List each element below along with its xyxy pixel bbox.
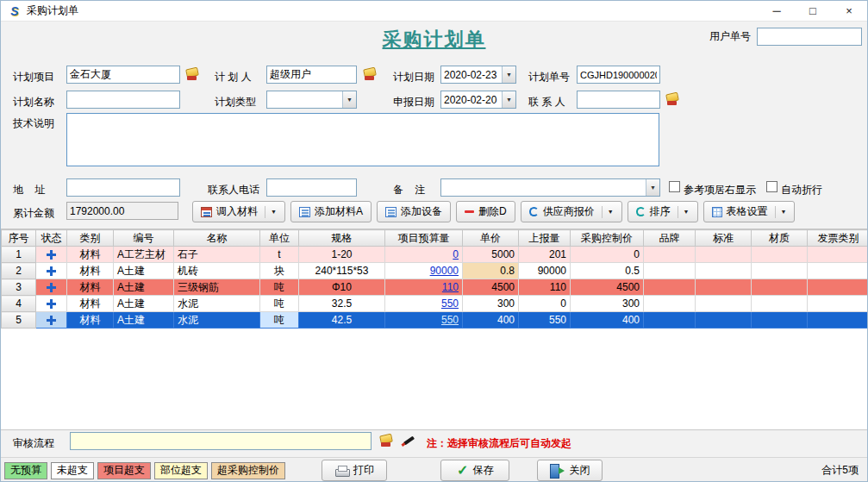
audit-pen-icon[interactable] — [401, 434, 416, 448]
add-material-button[interactable]: 添加材料A — [290, 201, 372, 222]
planner-lookup-icon[interactable] — [362, 67, 378, 82]
add-row-plus-icon[interactable] — [47, 316, 56, 325]
cell-seq[interactable]: 5 — [2, 312, 36, 329]
table-row[interactable]: 4材料A土建水泥吨32.55503000300 — [2, 296, 868, 312]
col-invoice[interactable]: 发票类别 — [808, 230, 868, 247]
cell-invoice[interactable] — [808, 247, 868, 263]
cell-status[interactable] — [36, 247, 67, 263]
cell-invoice[interactable] — [808, 263, 868, 279]
cell-standard[interactable] — [696, 296, 752, 312]
chevron-down-icon[interactable]: ▼ — [342, 91, 356, 108]
chevron-down-icon[interactable]: ▼ — [502, 91, 515, 108]
col-price[interactable]: 单价 — [463, 230, 519, 247]
cell-brand[interactable] — [644, 296, 696, 312]
col-standard[interactable]: 标准 — [696, 230, 752, 247]
contact-lookup-icon[interactable] — [665, 92, 680, 107]
plan-no-input[interactable] — [577, 66, 660, 84]
chevron-down-icon[interactable]: ▼ — [678, 206, 690, 218]
chevron-down-icon[interactable]: ▼ — [502, 66, 515, 83]
supplier-quote-button[interactable]: 供应商报价 ▼ — [521, 201, 622, 222]
plan-project-lookup-icon[interactable] — [184, 67, 200, 82]
cell-budget[interactable]: 110 — [385, 279, 463, 296]
show-right-checkbox[interactable] — [669, 181, 680, 192]
table-row[interactable]: 3材料A土建三级钢筋吨Φ1011045001104500 — [2, 279, 868, 296]
address-input[interactable] — [66, 178, 180, 197]
cell-unit[interactable]: 吨 — [260, 296, 299, 312]
cell-price[interactable]: 400 — [463, 312, 519, 329]
cell-price[interactable]: 0.8 — [463, 263, 519, 279]
cell-spec[interactable]: 1-20 — [299, 247, 385, 263]
add-row-plus-icon[interactable] — [47, 266, 56, 276]
cell-unit[interactable]: 吨 — [260, 312, 299, 329]
remark-select[interactable]: ▼ — [440, 178, 660, 197]
col-seq[interactable]: 序号 — [2, 230, 36, 247]
cell-unit[interactable]: 块 — [260, 263, 299, 279]
cell-report[interactable]: 0 — [519, 296, 571, 312]
cell-brand[interactable] — [644, 279, 696, 296]
cell-spec[interactable]: 32.5 — [299, 296, 385, 312]
cell-category[interactable]: 材料 — [67, 263, 114, 279]
cell-brand[interactable] — [644, 263, 696, 279]
close-form-button[interactable]: 关闭 — [537, 460, 603, 481]
cell-code[interactable]: A土建 — [114, 263, 174, 279]
cell-material[interactable] — [752, 247, 808, 263]
cell-name[interactable]: 三级钢筋 — [174, 279, 260, 296]
table-settings-button[interactable]: 表格设置 ▼ — [703, 201, 796, 222]
cell-name[interactable]: 水泥 — [174, 296, 260, 312]
cell-material[interactable] — [752, 312, 808, 329]
cell-code[interactable]: A土建 — [114, 312, 174, 329]
cell-name[interactable]: 水泥 — [174, 312, 260, 329]
plan-date-picker[interactable]: 2020-02-23 ▼ — [440, 66, 516, 84]
cell-seq[interactable]: 3 — [2, 279, 36, 296]
plan-project-input[interactable] — [66, 66, 180, 84]
cell-report[interactable]: 550 — [519, 312, 571, 329]
contact-phone-input[interactable] — [266, 178, 357, 197]
cell-unit[interactable]: 吨 — [260, 279, 299, 296]
cell-standard[interactable] — [696, 312, 752, 329]
budget-qty-link[interactable]: 110 — [442, 281, 459, 293]
col-category[interactable]: 类别 — [67, 230, 114, 247]
chevron-down-icon[interactable]: ▼ — [646, 179, 659, 196]
audit-lookup-icon[interactable] — [378, 434, 394, 448]
print-button[interactable]: 打印 — [322, 460, 387, 481]
col-spec[interactable]: 规格 — [299, 230, 385, 247]
col-report[interactable]: 上报量 — [519, 230, 571, 247]
add-row-plus-icon[interactable] — [47, 299, 56, 309]
budget-qty-link[interactable]: 550 — [441, 314, 459, 326]
cell-brand[interactable] — [644, 247, 696, 263]
cell-code[interactable]: A工艺主材 — [114, 247, 174, 263]
cell-invoice[interactable] — [808, 296, 868, 312]
cell-control[interactable]: 0 — [571, 247, 644, 263]
cell-budget[interactable]: 550 — [385, 296, 463, 312]
auto-wrap-checkbox[interactable] — [766, 181, 777, 192]
cell-budget[interactable]: 550 — [385, 312, 463, 329]
add-equipment-button[interactable]: 添加设备 — [377, 201, 451, 222]
budget-qty-link[interactable]: 0 — [453, 248, 459, 260]
close-button[interactable]: × — [831, 1, 867, 21]
cell-price[interactable]: 5000 — [463, 247, 519, 263]
chevron-down-icon[interactable]: ▼ — [602, 206, 614, 218]
cell-category[interactable]: 材料 — [67, 247, 114, 263]
cell-brand[interactable] — [644, 312, 696, 329]
declare-date-picker[interactable]: 2020-02-20 ▼ — [440, 91, 516, 109]
import-material-button[interactable]: 调入材料 ▼ — [192, 201, 285, 222]
cell-report[interactable]: 90000 — [519, 263, 571, 279]
col-material[interactable]: 材质 — [752, 230, 808, 247]
cell-standard[interactable] — [696, 279, 752, 296]
cell-status[interactable] — [36, 296, 67, 312]
cell-category[interactable]: 材料 — [67, 279, 114, 296]
cell-budget[interactable]: 90000 — [385, 263, 463, 279]
cell-status[interactable] — [36, 263, 67, 279]
table-row[interactable]: 2材料A土建机砖块240*115*53900000.8900000.5 — [2, 263, 868, 279]
col-budget[interactable]: 项目预算量 — [385, 230, 463, 247]
sort-button[interactable]: 排序 ▼ — [628, 201, 698, 222]
cell-seq[interactable]: 4 — [2, 296, 36, 312]
cell-status[interactable] — [36, 279, 67, 296]
maximize-button[interactable]: □ — [795, 1, 831, 21]
cell-seq[interactable]: 2 — [2, 263, 36, 279]
cell-unit[interactable]: t — [260, 247, 299, 263]
user-no-input[interactable] — [757, 28, 862, 46]
cell-category[interactable]: 材料 — [67, 296, 114, 312]
plan-name-input[interactable] — [66, 91, 180, 109]
cell-control[interactable]: 0.5 — [571, 263, 644, 279]
